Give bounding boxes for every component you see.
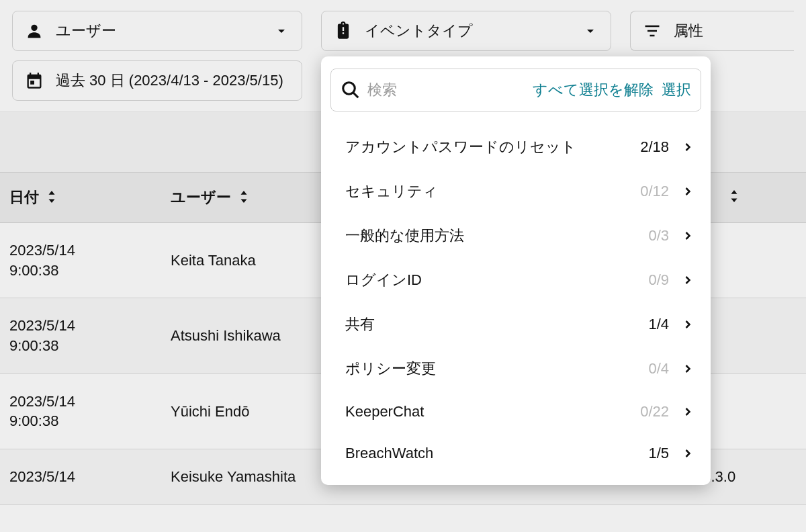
col-user-label: ユーザー xyxy=(171,189,231,206)
chevron-down-icon xyxy=(273,23,289,39)
chevron-right-icon xyxy=(681,229,695,242)
user-filter[interactable]: ユーザー xyxy=(12,11,302,51)
category-count: 1/5 xyxy=(648,445,669,462)
category-item[interactable]: アカウントパスワードのリセット2/18 xyxy=(321,125,711,169)
category-item[interactable]: 共有1/4 xyxy=(321,302,711,347)
category-label: 共有 xyxy=(345,314,648,335)
category-count: 0/22 xyxy=(640,403,669,420)
col-user[interactable]: ユーザー xyxy=(161,173,343,223)
date-range-filter[interactable]: 過去 30 日 (2023/4/13 - 2023/5/15) xyxy=(12,60,302,101)
chevron-right-icon xyxy=(681,447,695,460)
sort-icon xyxy=(239,189,249,207)
chevron-right-icon xyxy=(681,273,695,287)
event-type-dropdown: すべて選択を解除 選択 アカウントパスワードのリセット2/18セキュリティ0/1… xyxy=(321,56,711,485)
cell-user: Yūichi Endō xyxy=(161,373,343,449)
event-type-filter[interactable]: イベントタイプ xyxy=(321,11,611,51)
user-icon xyxy=(25,21,44,40)
category-item[interactable]: BreachWatch1/5 xyxy=(321,433,711,474)
calendar-icon xyxy=(25,71,44,90)
category-item[interactable]: ログインID0/9 xyxy=(321,258,711,302)
date-range-label: 過去 30 日 (2023/4/13 - 2023/5/15) xyxy=(56,71,283,91)
search-wrap: すべて選択を解除 選択 xyxy=(330,69,701,112)
cell-user: Keisuke Yamashita xyxy=(161,449,343,505)
select-link[interactable]: 選択 xyxy=(662,80,691,100)
category-label: KeeperChat xyxy=(345,403,640,420)
deselect-all-link[interactable]: すべて選択を解除 xyxy=(533,80,654,100)
col-date-label: 日付 xyxy=(9,189,39,206)
category-item[interactable]: セキュリティ0/12 xyxy=(321,169,711,214)
svg-line-2 xyxy=(353,93,359,98)
cell-date: 2023/5/149:00:38 xyxy=(0,298,161,373)
cell-date: 2023/5/149:00:38 xyxy=(0,223,161,298)
cell-date: 2023/5/149:00:38 xyxy=(0,373,161,449)
category-count: 2/18 xyxy=(640,138,669,156)
category-label: ポリシー変更 xyxy=(345,359,648,379)
svg-point-0 xyxy=(31,25,37,31)
chevron-right-icon xyxy=(681,318,695,331)
attributes-filter[interactable]: 属性 xyxy=(630,11,794,51)
search-input[interactable] xyxy=(367,81,525,99)
search-icon xyxy=(341,80,361,100)
svg-point-1 xyxy=(343,83,355,95)
category-count: 0/3 xyxy=(648,227,669,245)
category-label: ログインID xyxy=(345,270,648,290)
cell-user: Atsushi Ishikawa xyxy=(161,298,343,373)
user-filter-label: ユーザー xyxy=(56,21,273,41)
category-item[interactable]: 一般的な使用方法0/3 xyxy=(321,214,711,258)
col-date[interactable]: 日付 xyxy=(0,173,161,223)
category-list: アカウントパスワードのリセット2/18セキュリティ0/12一般的な使用方法0/3… xyxy=(321,121,711,478)
chevron-down-icon xyxy=(582,23,598,39)
chevron-right-icon xyxy=(681,362,695,375)
chevron-right-icon xyxy=(681,185,695,198)
category-item[interactable]: ポリシー変更0/4 xyxy=(321,347,711,391)
event-type-filter-label: イベントタイプ xyxy=(365,21,582,41)
category-label: BreachWatch xyxy=(345,445,648,462)
filter-bar: ユーザー イベントタイプ 属性 xyxy=(0,0,806,58)
category-label: 一般的な使用方法 xyxy=(345,226,648,246)
category-label: セキュリティ xyxy=(345,181,640,202)
category-count: 0/9 xyxy=(648,271,669,289)
category-item[interactable]: KeeperChat0/22 xyxy=(321,391,711,433)
sort-icon xyxy=(47,189,56,207)
sort-icon xyxy=(729,189,739,206)
cell-user: Keita Tanaka xyxy=(161,223,343,298)
attributes-filter-label: 属性 xyxy=(674,21,782,41)
category-count: 0/4 xyxy=(648,360,669,378)
filter-icon xyxy=(643,21,662,40)
chevron-right-icon xyxy=(681,405,695,418)
category-count: 1/4 xyxy=(648,316,669,333)
clipboard-alert-icon xyxy=(334,21,353,40)
cell-date: 2023/5/14 xyxy=(0,449,161,505)
category-label: アカウントパスワードのリセット xyxy=(345,137,640,157)
category-count: 0/12 xyxy=(640,183,669,200)
chevron-right-icon xyxy=(681,140,695,154)
